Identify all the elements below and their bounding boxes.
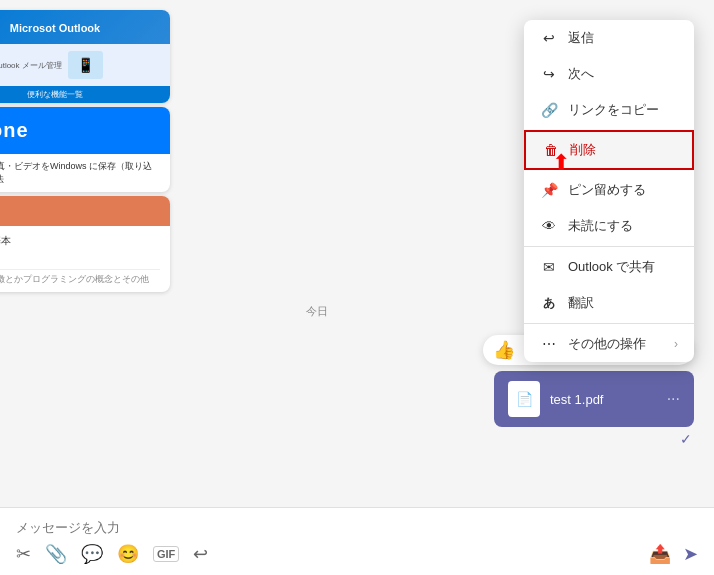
- message-input[interactable]: [16, 520, 698, 535]
- menu-item-delete[interactable]: 🗑 削除: [524, 130, 694, 170]
- red-arrow-indicator: ⬆: [552, 150, 570, 176]
- iphone-card: iPhone iPhoneの写真・ビデオをWindows に保存（取り込む）する…: [0, 107, 170, 192]
- iphone-title: iPhone: [0, 119, 29, 141]
- forward-label: 次へ: [568, 65, 678, 83]
- pdf-more-button[interactable]: ···: [667, 390, 680, 408]
- iphone-card-body: iPhoneの写真・ビデオをWindows に保存（取り込む）する方法: [0, 154, 170, 192]
- format-icon[interactable]: ✂: [16, 543, 31, 565]
- translate-icon: あ: [540, 295, 558, 312]
- python-more: Pythonの特徴とかプログラミングの概念とその他: [0, 269, 160, 286]
- unread-label: 未読にする: [568, 217, 678, 235]
- emoji-icon[interactable]: 😊: [117, 543, 139, 565]
- python-sub1-row: 基本: [0, 250, 160, 267]
- outlook-card-body: 📧 Outlook メール管理 📱: [0, 44, 170, 86]
- chat-area: Microsot Outlook 📧 Outlook メール管理 📱 便利な機能…: [0, 0, 714, 575]
- outlook-card: Microsot Outlook 📧 Outlook メール管理 📱 便利な機能…: [0, 10, 170, 103]
- send-button[interactable]: ➤: [683, 543, 698, 565]
- translate-label: 翻訳: [568, 294, 678, 312]
- pdf-icon: 📄: [508, 381, 540, 417]
- menu-item-pin[interactable]: 📌 ピン留めする ⬆: [524, 172, 694, 208]
- toolbar: ✂ 📎 💬 😊 GIF ↩ 📤 ➤: [16, 543, 698, 565]
- unread-icon: 👁: [540, 218, 558, 234]
- outlook-desc: Outlook メール管理: [0, 60, 62, 71]
- copy-link-label: リンクをコピー: [568, 101, 678, 119]
- attach-icon[interactable]: 📎: [45, 543, 67, 565]
- schedule-send-icon[interactable]: 📤: [649, 543, 671, 565]
- outlook-card-header: Microsot Outlook: [0, 10, 170, 44]
- iphone-card-header: iPhone: [0, 107, 170, 154]
- outlook-footer: 便利な機能一覧: [0, 86, 170, 103]
- loop-icon[interactable]: ↩: [193, 543, 208, 565]
- menu-item-share-outlook[interactable]: ✉ Outlook で共有: [524, 249, 694, 285]
- menu-divider: [524, 246, 694, 247]
- delete-label: 削除: [570, 141, 676, 159]
- pdf-filename: test 1.pdf: [550, 392, 603, 407]
- more-actions-icon: ⋯: [540, 336, 558, 352]
- context-menu: ↩ 返信 ↪ 次へ 🔗 リンクをコピー 🗑 削除 📌 ピン留めする: [524, 20, 694, 362]
- emoji-thumbsup[interactable]: 👍: [493, 339, 515, 361]
- toolbar-right: 📤 ➤: [649, 543, 698, 565]
- python-card-body: Pythonの基本 基本 Pythonの特徴とかプログラミングの概念とその他: [0, 226, 170, 292]
- reply-icon: ↩: [540, 30, 558, 46]
- menu-item-forward[interactable]: ↪ 次へ: [524, 56, 694, 92]
- python-card: Python Pythonの基本 基本 Pythonの特徴とかプログラミングの概…: [0, 196, 170, 292]
- copy-link-icon: 🔗: [540, 102, 558, 118]
- pdf-bubble: 📄 test 1.pdf ···: [494, 371, 694, 427]
- menu-item-reply[interactable]: ↩ 返信: [524, 20, 694, 56]
- more-actions-arrow: ›: [674, 337, 678, 351]
- read-check-icon: ✓: [680, 431, 694, 447]
- outlook-img-right: 📱: [68, 51, 103, 79]
- menu-item-copy-link[interactable]: 🔗 リンクをコピー: [524, 92, 694, 128]
- chat-icon[interactable]: 💬: [81, 543, 103, 565]
- menu-item-more-actions[interactable]: ⋯ その他の操作 ›: [524, 326, 694, 362]
- input-area: ✂ 📎 💬 😊 GIF ↩ 📤 ➤: [0, 507, 714, 575]
- pin-label: ピン留めする: [568, 181, 678, 199]
- more-actions-label: その他の操作: [568, 335, 664, 353]
- reply-label: 返信: [568, 29, 678, 47]
- pin-icon: 📌: [540, 182, 558, 198]
- outlook-title: Microsot Outlook: [10, 22, 100, 34]
- menu-item-unread[interactable]: 👁 未読にする: [524, 208, 694, 244]
- iphone-body-text: iPhoneの写真・ビデオをWindows に保存（取り込む）する方法: [0, 161, 152, 184]
- forward-icon: ↪: [540, 66, 558, 82]
- share-outlook-icon: ✉: [540, 259, 558, 275]
- share-outlook-label: Outlook で共有: [568, 258, 678, 276]
- python-item1: Pythonの基本: [0, 232, 160, 250]
- gif-icon[interactable]: GIF: [153, 546, 179, 562]
- outlook-footer-text: 便利な機能一覧: [27, 90, 83, 99]
- cards-and-menu: Microsot Outlook 📧 Outlook メール管理 📱 便利な機能…: [0, 0, 714, 507]
- menu-item-translate[interactable]: あ 翻訳: [524, 285, 694, 321]
- menu-divider2: [524, 323, 694, 324]
- python-card-header: Python: [0, 196, 170, 226]
